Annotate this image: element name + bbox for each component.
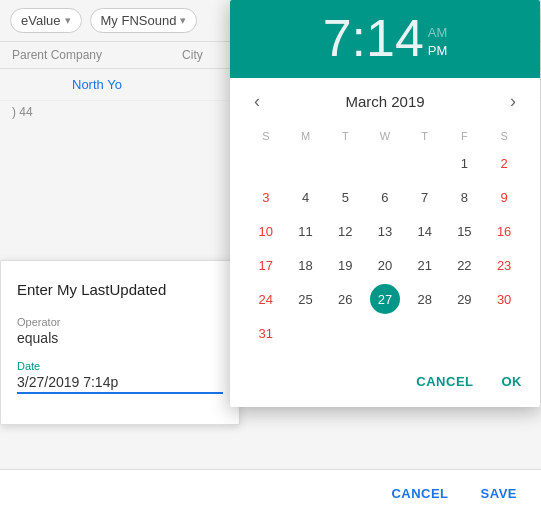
calendar-day[interactable]: 23 — [489, 250, 519, 280]
col-parent-company: Parent Company — [12, 48, 102, 62]
calendar-cell: 22 — [445, 248, 485, 282]
calendar-cell: 23 — [484, 248, 524, 282]
time-display: 7:14 — [323, 12, 424, 64]
calendar-day[interactable]: 13 — [370, 216, 400, 246]
calendar-day[interactable]: 7 — [410, 182, 440, 212]
bottom-bar: CANCEL SAVE — [0, 469, 541, 517]
fnSound-chip-label: My FNSound — [101, 13, 177, 28]
ampm-toggle: AM PM — [428, 24, 448, 60]
weekday-tue: T — [325, 126, 365, 146]
weekday-sun: S — [246, 126, 286, 146]
calendar-day[interactable]: 3 — [251, 182, 281, 212]
bottom-cancel-button[interactable]: CANCEL — [383, 480, 456, 507]
calendar-cell: 16 — [484, 214, 524, 248]
calendar-cell: 21 — [405, 248, 445, 282]
calendar-cell — [246, 146, 286, 180]
calendar-day[interactable]: 20 — [370, 250, 400, 280]
calendar-cell — [484, 316, 524, 350]
calendar-day[interactable]: 8 — [449, 182, 479, 212]
calendar-day[interactable]: 24 — [251, 284, 281, 314]
calendar-day[interactable]: 9 — [489, 182, 519, 212]
calendar-week-row: 12 — [246, 146, 524, 180]
calendar-cell: 17 — [246, 248, 286, 282]
calendar-cell: 19 — [325, 248, 365, 282]
calendar-cell: 3 — [246, 180, 286, 214]
calendar-cell — [325, 146, 365, 180]
calendar-week-row: 17181920212223 — [246, 248, 524, 282]
col-city: City — [182, 48, 203, 62]
calendar-day[interactable]: 17 — [251, 250, 281, 280]
calendar-day[interactable]: 16 — [489, 216, 519, 246]
calendar-cell — [445, 316, 485, 350]
date-value: 3/27/2019 7:14p — [17, 374, 223, 394]
datetime-picker-modal: 7:14 AM PM ‹ March 2019 › S M T W T F S — [230, 0, 540, 407]
calendar-day[interactable]: 29 — [449, 284, 479, 314]
evalue-chip[interactable]: eValue ▾ — [10, 8, 82, 33]
calendar-cell: 20 — [365, 248, 405, 282]
bottom-save-button[interactable]: SAVE — [473, 480, 525, 507]
calendar-cell — [286, 316, 326, 350]
calendar-cell: 27 — [365, 282, 405, 316]
weekday-fri: F — [445, 126, 485, 146]
next-month-button[interactable]: › — [502, 88, 524, 114]
weekday-mon: M — [286, 126, 326, 146]
modal-cancel-button[interactable]: CANCEL — [406, 368, 483, 395]
calendar-day[interactable]: 26 — [330, 284, 360, 314]
calendar-day[interactable]: 19 — [330, 250, 360, 280]
calendar-day[interactable]: 12 — [330, 216, 360, 246]
time-header: 7:14 AM PM — [230, 0, 540, 78]
calendar-cell: 9 — [484, 180, 524, 214]
calendar-day[interactable]: 14 — [410, 216, 440, 246]
calendar: ‹ March 2019 › S M T W T F S 12345678910… — [230, 78, 540, 364]
calendar-week-row: 10111213141516 — [246, 214, 524, 248]
calendar-cell: 18 — [286, 248, 326, 282]
calendar-cell — [365, 316, 405, 350]
calendar-day[interactable]: 1 — [449, 148, 479, 178]
calendar-day[interactable]: 31 — [251, 318, 281, 348]
chevron-down-icon: ▾ — [180, 14, 186, 27]
calendar-cell: 30 — [484, 282, 524, 316]
calendar-day[interactable]: 15 — [449, 216, 479, 246]
calendar-day[interactable]: 6 — [370, 182, 400, 212]
fnSound-chip[interactable]: My FNSound ▾ — [90, 8, 198, 33]
calendar-cell — [405, 316, 445, 350]
calendar-day[interactable]: 2 — [489, 148, 519, 178]
calendar-day[interactable]: 10 — [251, 216, 281, 246]
calendar-day[interactable]: 25 — [291, 284, 321, 314]
weekday-header-row: S M T W T F S — [246, 126, 524, 146]
calendar-cell: 24 — [246, 282, 286, 316]
calendar-cell: 15 — [445, 214, 485, 248]
modal-actions: CANCEL OK — [230, 364, 540, 407]
calendar-day[interactable]: 22 — [449, 250, 479, 280]
month-year-label: March 2019 — [345, 93, 424, 110]
calendar-day[interactable]: 28 — [410, 284, 440, 314]
am-label[interactable]: AM — [428, 24, 448, 42]
calendar-cell: 2 — [484, 146, 524, 180]
calendar-cell: 4 — [286, 180, 326, 214]
calendar-day[interactable]: 11 — [291, 216, 321, 246]
calendar-cell: 14 — [405, 214, 445, 248]
calendar-cell: 26 — [325, 282, 365, 316]
calendar-day[interactable]: 18 — [291, 250, 321, 280]
chevron-down-icon: ▾ — [65, 14, 71, 27]
calendar-day[interactable]: 5 — [330, 182, 360, 212]
calendar-day[interactable]: 27 — [370, 284, 400, 314]
calendar-week-row: 24252627282930 — [246, 282, 524, 316]
calendar-day[interactable]: 4 — [291, 182, 321, 212]
calendar-cell: 5 — [325, 180, 365, 214]
calendar-cell — [325, 316, 365, 350]
city-cell: North Yo — [72, 77, 122, 92]
calendar-cell — [286, 146, 326, 180]
calendar-cell: 13 — [365, 214, 405, 248]
calendar-day[interactable]: 21 — [410, 250, 440, 280]
evalue-chip-label: eValue — [21, 13, 61, 28]
calendar-cell — [365, 146, 405, 180]
calendar-cell: 12 — [325, 214, 365, 248]
calendar-cell: 7 — [405, 180, 445, 214]
prev-month-button[interactable]: ‹ — [246, 88, 268, 114]
calendar-cell: 28 — [405, 282, 445, 316]
calendar-day[interactable]: 30 — [489, 284, 519, 314]
pm-label[interactable]: PM — [428, 42, 448, 60]
modal-ok-button[interactable]: OK — [492, 368, 533, 395]
calendar-grid: S M T W T F S 12345678910111213141516171… — [246, 126, 524, 350]
